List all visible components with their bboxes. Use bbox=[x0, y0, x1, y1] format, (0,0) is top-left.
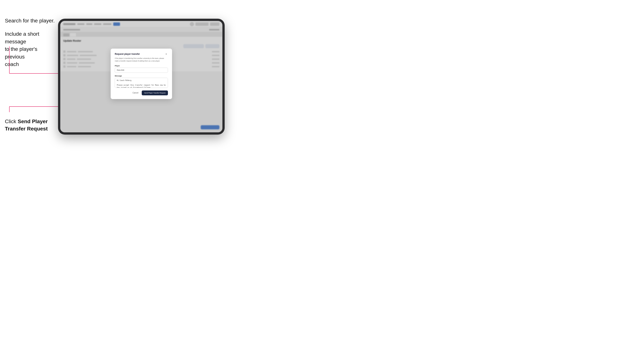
player-label: Player bbox=[115, 65, 168, 67]
message-textarea[interactable]: Hi Coach McHarg, Please accept this tran… bbox=[115, 78, 168, 88]
send-transfer-button[interactable]: Send Player Transfer Request bbox=[142, 90, 168, 95]
annotation-search: Search for the player. bbox=[5, 18, 55, 24]
request-transfer-modal: Request player transfer × If the player … bbox=[111, 49, 172, 99]
modal-footer: Cancel Send Player Transfer Request bbox=[115, 90, 168, 95]
cancel-button[interactable]: Cancel bbox=[131, 91, 140, 95]
tablet-screen: Update Roster bbox=[60, 21, 222, 132]
tablet-device: Update Roster bbox=[58, 19, 225, 135]
annotation-message: Include a short messageto the player's p… bbox=[5, 30, 57, 68]
player-input[interactable] bbox=[115, 68, 168, 73]
modal-close-button[interactable]: × bbox=[164, 52, 168, 56]
message-label: Message bbox=[115, 75, 168, 77]
modal-title: Request player transfer bbox=[115, 53, 140, 55]
annotation-click: Click Send PlayerTransfer Request bbox=[5, 118, 48, 132]
modal-header: Request player transfer × bbox=[115, 52, 168, 56]
modal-overlay: Request player transfer × If the player … bbox=[60, 21, 222, 132]
modal-description: If the player is transferring from anoth… bbox=[115, 57, 168, 62]
